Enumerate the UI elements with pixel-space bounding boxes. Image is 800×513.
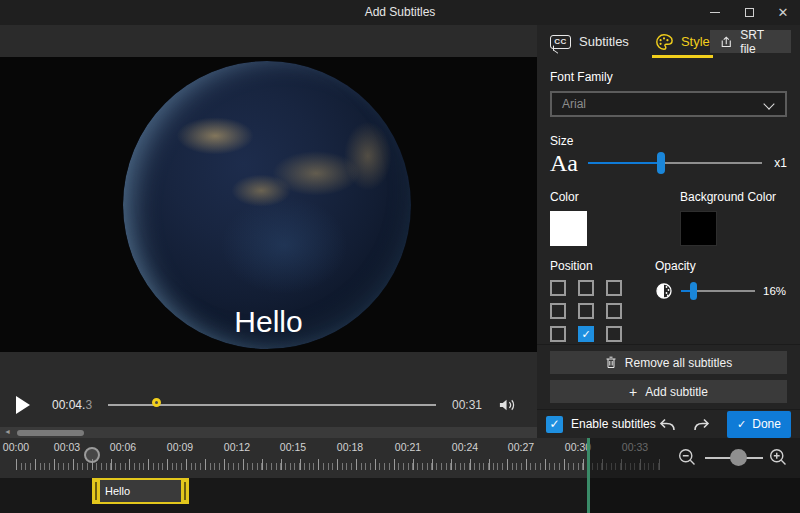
video-end-marker bbox=[587, 438, 590, 513]
clip-trim-handle-right[interactable] bbox=[181, 478, 189, 504]
opacity-icon bbox=[655, 282, 673, 300]
palette-icon bbox=[655, 33, 673, 51]
titlebar: Add Subtitles ✕ bbox=[0, 0, 800, 25]
ruler-label: 00:21 bbox=[395, 441, 421, 453]
duration-label: 00:31 bbox=[452, 398, 482, 412]
opacity-slider-handle[interactable] bbox=[690, 282, 697, 300]
tab-bar: CC Subtitles Style bbox=[537, 25, 800, 58]
done-check-icon: ✓ bbox=[737, 418, 746, 431]
font-family-value: Arial bbox=[562, 97, 586, 111]
trash-icon bbox=[605, 356, 617, 369]
play-button[interactable] bbox=[16, 396, 30, 414]
close-icon: ✕ bbox=[778, 6, 789, 19]
playback-controls: 00:04.3 00:31 bbox=[0, 383, 537, 427]
maximize-button[interactable] bbox=[732, 0, 766, 25]
ruler-label: 00:18 bbox=[337, 441, 363, 453]
position-label: Position bbox=[550, 259, 655, 273]
zoom-out-icon bbox=[677, 447, 698, 468]
ruler-label: 00:15 bbox=[280, 441, 306, 453]
text-color-swatch[interactable] bbox=[550, 211, 587, 246]
position-cell[interactable] bbox=[606, 326, 622, 342]
timeline: 00:00 00:03 00:06 00:09 00:12 00:15 00:1… bbox=[0, 438, 800, 513]
position-cell[interactable] bbox=[578, 280, 594, 296]
seek-slider[interactable] bbox=[108, 397, 436, 413]
preview-top-strip bbox=[0, 25, 537, 57]
opacity-row: 16% bbox=[655, 282, 787, 300]
redo-button[interactable] bbox=[691, 416, 712, 433]
scrollbar-thumb[interactable] bbox=[17, 430, 84, 436]
subtitle-preview-text: Hello bbox=[0, 305, 537, 339]
position-cell[interactable] bbox=[578, 303, 594, 319]
srt-file-button[interactable]: SRT file bbox=[710, 30, 791, 53]
font-family-dropdown[interactable]: Arial bbox=[550, 91, 787, 117]
ruler-label: 00:24 bbox=[452, 441, 478, 453]
add-subtitle-button[interactable]: + Add subtitle bbox=[550, 380, 787, 403]
window-title: Add Subtitles bbox=[0, 0, 800, 25]
timeline-zoom-handle[interactable] bbox=[730, 449, 747, 466]
size-label: Size bbox=[550, 134, 787, 148]
size-multiplier-label: x1 bbox=[774, 156, 787, 170]
position-cell[interactable] bbox=[550, 303, 566, 319]
undo-button[interactable] bbox=[657, 416, 678, 433]
enable-subtitles-label: Enable subtitles bbox=[571, 417, 656, 431]
panel-footer: ✓ Enable subtitles ✓ Done bbox=[537, 409, 800, 438]
close-button[interactable]: ✕ bbox=[766, 0, 800, 25]
position-cell[interactable] bbox=[606, 280, 622, 296]
cc-icon: CC bbox=[550, 35, 571, 49]
subtitle-clip[interactable]: Hello bbox=[92, 478, 189, 504]
ruler-ticks bbox=[0, 459, 663, 470]
main-area: Hello 00:04.3 00:31 bbox=[0, 25, 800, 438]
undo-icon bbox=[657, 416, 678, 433]
tab-subtitles[interactable]: CC Subtitles bbox=[550, 25, 629, 58]
current-time: 00:04.3 bbox=[52, 398, 92, 412]
seek-handle[interactable] bbox=[152, 398, 161, 407]
style-panel: CC Subtitles Style bbox=[537, 25, 800, 438]
enable-subtitles-checkbox[interactable]: ✓ bbox=[546, 416, 563, 433]
position-cell[interactable] bbox=[550, 280, 566, 296]
redo-icon bbox=[691, 416, 712, 433]
add-subtitles-window: Add Subtitles ✕ Hello 00:04.3 00:3 bbox=[0, 0, 800, 513]
style-panel-content: Font Family Arial Size Aa x1 bbox=[537, 58, 800, 344]
timeline-scrollbar[interactable]: ◄ bbox=[0, 427, 537, 438]
tab-style[interactable]: Style bbox=[655, 25, 710, 58]
opacity-slider[interactable] bbox=[681, 282, 755, 300]
ruler-label: 00:09 bbox=[167, 441, 193, 453]
minimize-button[interactable] bbox=[698, 0, 732, 25]
ruler-label: 00:00 bbox=[3, 441, 29, 453]
size-slider[interactable] bbox=[588, 152, 762, 174]
remove-all-subtitles-button[interactable]: Remove all subtitles bbox=[550, 351, 787, 374]
text-color-group: Color bbox=[550, 190, 680, 246]
done-button[interactable]: ✓ Done bbox=[727, 411, 791, 438]
scrollbar-left-arrow-icon[interactable]: ◄ bbox=[4, 428, 11, 435]
zoom-out-button[interactable] bbox=[677, 447, 698, 468]
clip-trim-handle-left[interactable] bbox=[92, 478, 100, 504]
video-preview: Hello bbox=[0, 57, 537, 352]
upload-icon bbox=[720, 35, 733, 48]
plus-icon: + bbox=[629, 384, 637, 400]
remove-all-subtitles-label: Remove all subtitles bbox=[625, 356, 732, 370]
maximize-icon bbox=[745, 8, 754, 17]
checkbox-check-icon: ✓ bbox=[549, 417, 559, 431]
position-opacity-row: Position ✓ bbox=[550, 259, 787, 342]
size-slider-fill bbox=[588, 162, 661, 164]
size-slider-handle[interactable] bbox=[657, 152, 665, 174]
preview-bottom-strip bbox=[0, 352, 537, 383]
srt-file-label: SRT file bbox=[740, 28, 781, 56]
size-sample-text: Aa bbox=[550, 151, 578, 175]
position-cell[interactable] bbox=[550, 326, 566, 342]
opacity-slider-track bbox=[693, 290, 755, 292]
position-cell[interactable] bbox=[606, 303, 622, 319]
position-cell[interactable]: ✓ bbox=[578, 326, 594, 342]
ruler-label: 00:03 bbox=[54, 441, 80, 453]
zoom-in-button[interactable] bbox=[768, 447, 789, 468]
current-time-main: 00:04. bbox=[52, 398, 85, 412]
tab-style-label: Style bbox=[681, 34, 710, 49]
ruler-label: 00:27 bbox=[508, 441, 534, 453]
timeline-playhead[interactable] bbox=[84, 447, 100, 463]
subtitle-clip-label: Hello bbox=[105, 485, 130, 497]
background-color-swatch[interactable] bbox=[680, 211, 717, 246]
volume-button[interactable] bbox=[498, 397, 517, 413]
font-family-label: Font Family bbox=[550, 70, 787, 84]
window-controls: ✕ bbox=[698, 0, 800, 25]
chevron-down-icon bbox=[763, 98, 774, 109]
